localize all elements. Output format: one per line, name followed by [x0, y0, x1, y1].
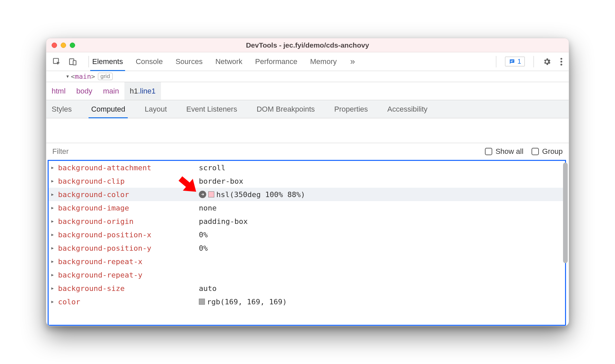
zoom-window-icon[interactable]	[70, 43, 75, 48]
property-row[interactable]: ▶colorrgb(169, 169, 169)	[49, 295, 565, 308]
show-all-toggle[interactable]: Show all	[485, 147, 523, 156]
subtab-layout[interactable]: Layout	[141, 100, 171, 118]
tab-console[interactable]: Console	[136, 52, 163, 71]
svg-rect-4	[511, 61, 512, 62]
subtab-event-listeners[interactable]: Event Listeners	[182, 100, 241, 118]
divider	[89, 56, 89, 67]
property-row[interactable]: ▶background-sizeauto	[49, 282, 565, 295]
checkbox-icon	[485, 148, 492, 155]
property-name: background-size	[58, 284, 199, 293]
property-name: background-origin	[58, 217, 199, 226]
window-title: DevTools - jec.fyi/demo/cds-anchovy	[46, 41, 569, 49]
disclosure-triangle-icon[interactable]: ▶	[51, 192, 56, 197]
disclosure-triangle-icon[interactable]: ▼	[66, 74, 69, 79]
minimize-window-icon[interactable]	[61, 43, 66, 48]
property-row[interactable]: ▶background-position-x0%	[49, 228, 565, 241]
breadcrumb-html[interactable]: html	[46, 82, 71, 100]
annotation-arrow-icon	[176, 172, 200, 196]
property-row[interactable]: ▶background-position-y0%	[49, 241, 565, 255]
close-window-icon[interactable]	[52, 43, 57, 48]
subtab-styles[interactable]: Styles	[48, 100, 76, 118]
disclosure-triangle-icon[interactable]: ▶	[51, 299, 56, 304]
dom-node-row[interactable]: ▼ <main> grid	[46, 71, 569, 82]
divider	[496, 56, 496, 67]
property-row[interactable]: ▶background-attachmentscroll	[49, 161, 565, 174]
disclosure-triangle-icon[interactable]: ▶	[51, 272, 56, 277]
breadcrumb-selected[interactable]: h1.line1	[124, 82, 161, 100]
property-value: padding-box	[199, 217, 248, 226]
window-controls	[52, 43, 75, 48]
subtab-dom-breakpoints[interactable]: DOM Breakpoints	[253, 100, 319, 118]
property-name: background-image	[58, 204, 199, 212]
property-value: 0%	[199, 244, 208, 252]
scrollbar-thumb[interactable]	[563, 163, 568, 263]
property-row[interactable]: ▶background-clipborder-box	[49, 174, 565, 188]
property-value: rgb(169, 169, 169)	[207, 298, 287, 306]
filter-bar: Show all Group	[46, 143, 569, 160]
show-all-label: Show all	[496, 147, 523, 156]
more-tabs-button[interactable]: »	[350, 56, 355, 67]
gear-icon[interactable]	[543, 57, 551, 66]
subtab-accessibility[interactable]: Accessibility	[383, 100, 432, 118]
divider	[534, 56, 534, 67]
tab-elements[interactable]: Elements	[92, 52, 123, 71]
subtab-computed[interactable]: Computed	[87, 100, 129, 118]
disclosure-triangle-icon[interactable]: ▶	[51, 259, 56, 264]
svg-rect-2	[73, 60, 76, 65]
scrollbar[interactable]	[561, 160, 569, 326]
property-name: background-attachment	[58, 164, 199, 172]
disclosure-triangle-icon[interactable]: ▶	[51, 165, 56, 170]
chat-icon	[509, 58, 515, 65]
property-name: background-repeat-y	[58, 271, 199, 279]
computed-panel: ▶background-attachmentscroll▶background-…	[46, 160, 569, 326]
filter-input[interactable]	[52, 147, 477, 156]
inspect-element-icon[interactable]	[52, 57, 61, 66]
property-name: background-position-x	[58, 231, 199, 239]
issues-count: 1	[517, 58, 521, 65]
property-row[interactable]: ▶background-colorhsl(350deg 100% 88%)	[49, 188, 565, 201]
property-value: none	[199, 204, 217, 212]
property-row[interactable]: ▶background-repeat-x	[49, 255, 565, 268]
property-row[interactable]: ▶background-imagenone	[49, 201, 565, 215]
svg-point-7	[560, 63, 562, 65]
tab-memory[interactable]: Memory	[310, 52, 337, 71]
kebab-menu-icon[interactable]	[560, 57, 563, 66]
breadcrumb-body[interactable]: body	[71, 82, 98, 100]
tab-network[interactable]: Network	[215, 52, 242, 71]
tab-sources[interactable]: Sources	[175, 52, 203, 71]
styles-subtabs: StylesComputedLayoutEvent ListenersDOM B…	[46, 100, 569, 118]
breadcrumb-main[interactable]: main	[98, 82, 124, 100]
property-row[interactable]: ▶background-repeat-y	[49, 268, 565, 282]
property-name: color	[58, 298, 199, 306]
tab-performance[interactable]: Performance	[255, 52, 297, 71]
subtab-properties[interactable]: Properties	[330, 100, 372, 118]
issues-badge[interactable]: 1	[505, 57, 525, 66]
main-toolbar: ElementsConsoleSourcesNetworkPerformance…	[46, 52, 569, 71]
computed-properties-list[interactable]: ▶background-attachmentscroll▶background-…	[48, 160, 566, 326]
group-toggle[interactable]: Group	[532, 147, 563, 156]
svg-point-6	[560, 61, 562, 62]
disclosure-triangle-icon[interactable]: ▶	[51, 219, 56, 224]
property-value: auto	[199, 284, 217, 293]
disclosure-triangle-icon[interactable]: ▶	[51, 286, 56, 291]
color-swatch-icon[interactable]	[199, 299, 205, 305]
dom-breadcrumbs: htmlbodymainh1.line1	[46, 82, 569, 100]
disclosure-triangle-icon[interactable]: ▶	[51, 232, 56, 237]
property-value: 0%	[199, 231, 208, 239]
device-toolbar-icon[interactable]	[68, 57, 77, 66]
property-value: hsl(350deg 100% 88%)	[216, 190, 305, 199]
property-row[interactable]: ▶background-originpadding-box	[49, 215, 565, 228]
devtools-window: DevTools - jec.fyi/demo/cds-anchovy Elem…	[46, 38, 569, 326]
disclosure-triangle-icon[interactable]: ▶	[51, 205, 56, 210]
disclosure-triangle-icon[interactable]: ▶	[51, 246, 56, 250]
group-label: Group	[542, 147, 563, 156]
dom-tag: main	[75, 72, 91, 80]
svg-point-5	[560, 58, 562, 59]
color-swatch-icon[interactable]	[208, 191, 214, 197]
grid-badge[interactable]: grid	[98, 73, 113, 80]
blank-band	[46, 118, 569, 143]
checkbox-icon	[532, 148, 539, 155]
disclosure-triangle-icon[interactable]: ▶	[51, 179, 56, 183]
titlebar: DevTools - jec.fyi/demo/cds-anchovy	[46, 38, 569, 52]
property-value: border-box	[199, 177, 243, 185]
